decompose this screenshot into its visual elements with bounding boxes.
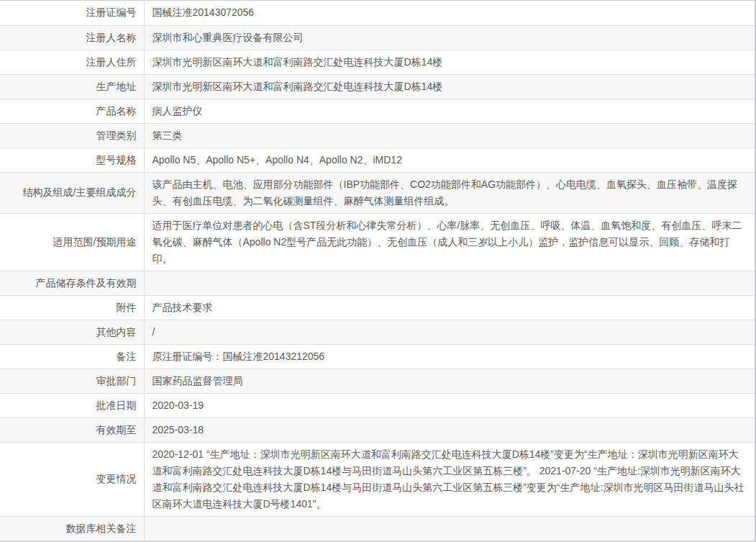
row-label: 产品名称 (0, 99, 144, 123)
registration-detail-page: 注册证编号 国械注准20143072056 注册人名称 深圳市和心重典医疗设备有… (0, 0, 756, 542)
row-label: 产品储存条件及有效期 (0, 271, 144, 295)
table-row: 管理类别 第三类 (0, 123, 755, 148)
row-value (144, 271, 755, 295)
table-row: 批准日期 2020-03-19 (0, 393, 755, 417)
table-row: 有效期至 2025-03-18 (0, 417, 755, 442)
table-row: 注册人住所 深圳市光明新区南环大道和富利南路交汇处电连科技大厦D栋14楼 (0, 50, 755, 74)
row-value (144, 516, 755, 541)
row-value: 该产品由主机、电池、应用部分功能部件（IBP功能部件、CO2功能部件和AG功能部… (144, 172, 755, 213)
row-value: Apollo N5、Apollo N5+、Apollo N4、Apollo N2… (144, 148, 755, 172)
row-label: 注册人住所 (0, 50, 144, 74)
table-row: 注册人名称 深圳市和心重典医疗设备有限公司 (0, 25, 755, 50)
row-label: 型号规格 (0, 148, 144, 172)
row-label: 管理类别 (0, 123, 144, 148)
table-row: 适用范围/预期用途 适用于医疗单位对患者的心电（含ST段分析和心律失常分析）、心… (0, 213, 755, 271)
table-row: 生产地址 深圳市光明新区南环大道和富利南路交汇处电连科技大厦D栋14楼 (0, 74, 755, 99)
row-value: 2020-03-19 (144, 393, 755, 417)
table-row: 产品名称 病人监护仪 (0, 99, 755, 123)
row-value: 第三类 (144, 123, 755, 148)
row-label: 适用范围/预期用途 (0, 213, 144, 271)
row-label: 有效期至 (0, 417, 144, 442)
row-value: 原注册证编号：国械注准20143212056 (144, 344, 755, 369)
registration-info-table-body: 注册证编号 国械注准20143072056 注册人名称 深圳市和心重典医疗设备有… (0, 1, 755, 541)
row-label: 附件 (0, 295, 144, 320)
row-label: 注册人名称 (0, 25, 144, 50)
table-row: 审批部门 国家药品监督管理局 (0, 369, 755, 393)
row-value: 国家药品监督管理局 (144, 369, 755, 393)
registration-info-table-wrap: 注册证编号 国械注准20143072056 注册人名称 深圳市和心重典医疗设备有… (0, 0, 756, 541)
table-row: 备注 原注册证编号：国械注准20143212056 (0, 344, 755, 369)
row-value: 适用于医疗单位对患者的心电（含ST段分析和心律失常分析）、心率/脉率、无创血压、… (144, 213, 755, 271)
row-label: 注册证编号 (0, 1, 144, 25)
row-value: 2020-12-01 “生产地址：深圳市光明新区南环大道和富利南路交汇处电连科技… (144, 442, 755, 516)
registration-info-table: 注册证编号 国械注准20143072056 注册人名称 深圳市和心重典医疗设备有… (0, 1, 755, 541)
table-row: 型号规格 Apollo N5、Apollo N5+、Apollo N4、Apol… (0, 148, 755, 172)
row-label: 结构及组成/主要组成成分 (0, 172, 144, 213)
row-label: 生产地址 (0, 74, 144, 99)
table-row: 数据库相关备注 (0, 516, 755, 541)
row-label: 备注 (0, 344, 144, 369)
row-value: 产品技术要求 (144, 295, 755, 320)
table-row: 附件 产品技术要求 (0, 295, 755, 320)
row-value: 深圳市光明新区南环大道和富利南路交汇处电连科技大厦D栋14楼 (144, 74, 755, 99)
table-row: 注册证编号 国械注准20143072056 (0, 1, 755, 25)
table-row: 变更情况 2020-12-01 “生产地址：深圳市光明新区南环大道和富利南路交汇… (0, 442, 755, 516)
row-label: 数据库相关备注 (0, 516, 144, 541)
row-value: 深圳市光明新区南环大道和富利南路交汇处电连科技大厦D栋14楼 (144, 50, 755, 74)
table-row: 产品储存条件及有效期 (0, 271, 755, 295)
row-label: 其他内容 (0, 320, 144, 344)
table-row: 结构及组成/主要组成成分 该产品由主机、电池、应用部分功能部件（IBP功能部件、… (0, 172, 755, 213)
row-label: 批准日期 (0, 393, 144, 417)
row-value: 国械注准20143072056 (144, 1, 755, 25)
row-value: 病人监护仪 (144, 99, 755, 123)
row-value: 深圳市和心重典医疗设备有限公司 (144, 25, 755, 50)
row-label: 变更情况 (0, 442, 144, 516)
table-row: 其他内容 / (0, 320, 755, 344)
row-value: 2025-03-18 (144, 417, 755, 442)
row-value: / (144, 320, 755, 344)
row-label: 审批部门 (0, 369, 144, 393)
